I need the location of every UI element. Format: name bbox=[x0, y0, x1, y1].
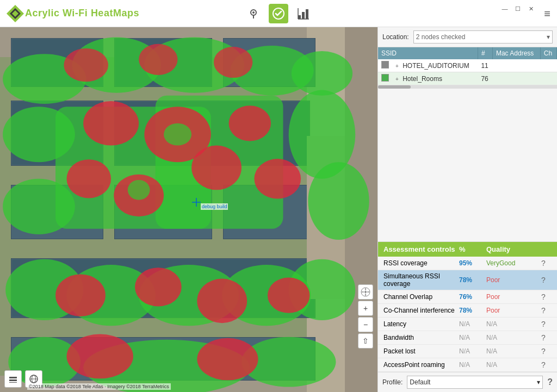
assessment-quality: N/A bbox=[486, 347, 535, 355]
help-icon[interactable]: ? bbox=[535, 259, 552, 267]
svg-point-39 bbox=[197, 279, 247, 323]
chart-tool-button[interactable] bbox=[294, 4, 313, 23]
ch-col-header: Ch bbox=[540, 47, 556, 59]
assessment-quality: N/A bbox=[486, 320, 535, 328]
scroll-north-button[interactable]: ⇧ bbox=[358, 333, 373, 349]
assessment-name: RSSI coverage bbox=[383, 259, 459, 267]
ssid-name: HOTEL_AUDITORIUM bbox=[403, 62, 469, 70]
location-tool-button[interactable] bbox=[244, 4, 263, 23]
assessment-name: Packet lost bbox=[383, 347, 459, 355]
right-panel: Location: 2 nodes checked ▾ SSID # Mac A… bbox=[377, 27, 557, 392]
svg-point-44 bbox=[66, 334, 133, 379]
location-bar: Location: 2 nodes checked ▾ bbox=[378, 27, 557, 47]
assessment-name: Co-Channel interference bbox=[383, 307, 459, 314]
ssid-color-cell bbox=[378, 72, 392, 85]
assessment-pct: 95% bbox=[459, 259, 486, 267]
svg-point-37 bbox=[55, 274, 106, 316]
crosshair bbox=[192, 198, 201, 207]
badge-tool-button[interactable] bbox=[269, 4, 288, 23]
assessment-row-bandwidth[interactable]: Bandwidth N/A N/A ? bbox=[378, 331, 557, 345]
assessment-header: Assessment controls % Quality bbox=[378, 242, 557, 257]
assessment-row-latency[interactable]: Latency N/A N/A ? bbox=[378, 318, 557, 331]
map-area[interactable]: debug build + − ⇧ bbox=[0, 27, 377, 392]
table-row[interactable]: + HOTEL_AUDITORIUM 11 bbox=[378, 59, 557, 72]
svg-point-30 bbox=[228, 105, 271, 141]
help-icon[interactable]: ? bbox=[535, 360, 552, 369]
main-layout: debug build + − ⇧ bbox=[0, 27, 557, 392]
svg-point-45 bbox=[197, 338, 258, 381]
location-dropdown[interactable]: 2 nodes checked ▾ bbox=[413, 30, 553, 43]
assessment-name: Latency bbox=[383, 320, 459, 328]
svg-point-16 bbox=[64, 48, 108, 82]
assessment-row-channel-overlap[interactable]: Channel Overlap 76% Poor ? bbox=[378, 290, 557, 304]
layers-button[interactable] bbox=[4, 370, 22, 388]
profile-dropdown[interactable]: Default ▾ bbox=[407, 376, 543, 389]
minimize-button[interactable]: — bbox=[500, 4, 509, 13]
app-logo bbox=[5, 4, 25, 23]
assessment-quality: Poor bbox=[486, 307, 535, 314]
ssid-mac bbox=[492, 59, 540, 72]
help-icon[interactable]: ? bbox=[535, 293, 552, 301]
svg-point-24 bbox=[308, 162, 369, 240]
svg-point-38 bbox=[135, 267, 182, 306]
scroll-thumb[interactable] bbox=[378, 85, 411, 89]
assessment-pct: 78% bbox=[459, 276, 486, 284]
assessment-pct-header: % bbox=[459, 245, 486, 253]
ssid-ch bbox=[540, 72, 556, 85]
assessment-row-packet-lost[interactable]: Packet lost N/A N/A ? bbox=[378, 345, 557, 358]
assessment-row-rssi[interactable]: RSSI coverage 95% VeryGood ? bbox=[378, 257, 557, 270]
assessment-name: Channel Overlap bbox=[383, 293, 459, 301]
svg-point-27 bbox=[191, 146, 242, 190]
mac-col-header: Mac Address bbox=[492, 47, 540, 59]
profile-help-button[interactable]: ? bbox=[547, 377, 553, 387]
svg-rect-58 bbox=[9, 382, 17, 383]
profile-dropdown-arrow: ▾ bbox=[537, 378, 540, 386]
help-icon[interactable]: ? bbox=[535, 333, 552, 342]
assessment-quality: Poor bbox=[486, 293, 535, 301]
help-icon[interactable]: ? bbox=[535, 347, 552, 356]
assessment-name: Simultaneous RSSI coverage bbox=[383, 272, 459, 288]
ssid-expand-icon[interactable]: + bbox=[395, 76, 399, 82]
window-controls: — ☐ ✕ bbox=[500, 4, 535, 13]
titlebar: Acrylic Wi-Fi HeatMaps bbox=[0, 0, 557, 27]
svg-point-31 bbox=[254, 159, 301, 198]
assessment-name: Bandwidth bbox=[383, 334, 459, 341]
hamburger-menu[interactable]: ≡ bbox=[542, 5, 553, 22]
profile-label: Profile: bbox=[382, 378, 403, 386]
assessment-pct: N/A bbox=[459, 347, 486, 355]
svg-point-28 bbox=[66, 159, 111, 198]
assessment-quality: N/A bbox=[486, 334, 535, 341]
location-value: 2 nodes checked bbox=[416, 33, 466, 41]
zoom-in-button[interactable]: + bbox=[358, 301, 373, 316]
assessment-quality-header: Quality bbox=[486, 245, 535, 253]
ssid-color-cell bbox=[378, 59, 392, 72]
maximize-button[interactable]: ☐ bbox=[513, 4, 522, 13]
ssid-count: 11 bbox=[478, 59, 492, 72]
ssid-name: Hotel_Rooms bbox=[403, 75, 442, 83]
ssid-col-header: SSID bbox=[378, 47, 478, 59]
assessment-pct: 78% bbox=[459, 307, 486, 314]
ssid-table-container: SSID # Mac Address Ch + HOTEL_AUDITORIUM bbox=[378, 47, 557, 242]
help-icon[interactable]: ? bbox=[535, 320, 552, 328]
assessment-row-cochannel[interactable]: Co-Channel interference 78% Poor ? bbox=[378, 304, 557, 318]
svg-point-51 bbox=[364, 291, 367, 293]
ssid-color-indicator bbox=[381, 61, 389, 69]
heatmap-svg bbox=[0, 27, 377, 392]
assessment-title: Assessment controls bbox=[383, 245, 459, 253]
svg-rect-7 bbox=[302, 12, 305, 19]
ssid-expand-icon[interactable]: + bbox=[395, 63, 399, 69]
close-button[interactable]: ✕ bbox=[527, 4, 535, 13]
map-attribution: ©2018 Map data ©2018 Tele Atlas · Imager… bbox=[27, 383, 171, 390]
assessment-quality: Poor bbox=[486, 276, 535, 284]
help-icon[interactable]: ? bbox=[535, 276, 552, 284]
app-title: Acrylic Wi-Fi HeatMaps bbox=[25, 8, 139, 19]
compass-button[interactable] bbox=[358, 284, 373, 300]
ssid-mac bbox=[492, 72, 540, 85]
table-row[interactable]: + Hotel_Rooms 76 bbox=[378, 72, 557, 85]
svg-rect-56 bbox=[9, 377, 17, 378]
help-icon[interactable]: ? bbox=[535, 306, 552, 315]
svg-rect-57 bbox=[9, 379, 17, 381]
assessment-row-simultaneous[interactable]: Simultaneous RSSI coverage 78% Poor ? bbox=[378, 270, 557, 290]
assessment-row-ap-roaming[interactable]: AccessPoint roaming N/A N/A ? bbox=[378, 358, 557, 372]
zoom-out-button[interactable]: − bbox=[358, 317, 373, 332]
